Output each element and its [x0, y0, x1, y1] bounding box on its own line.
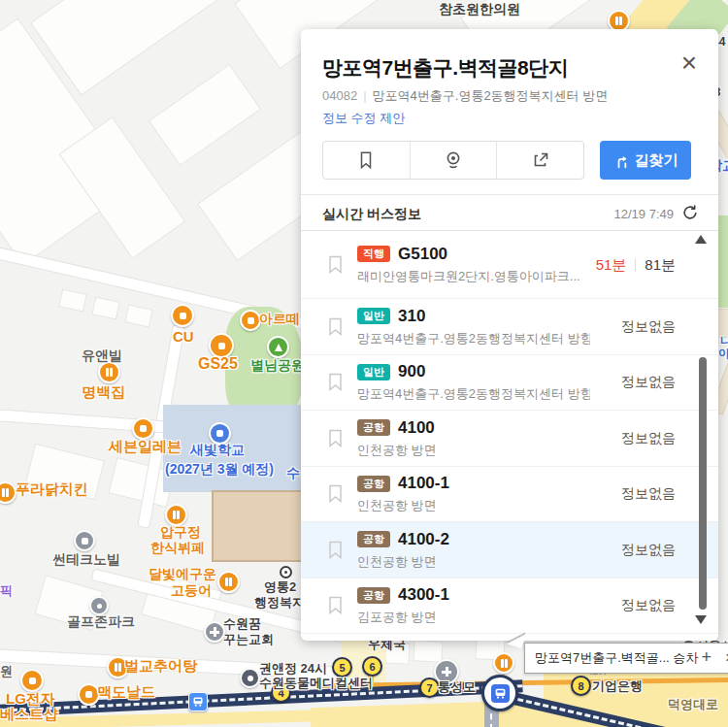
bus-list: 직행 G5100 래미안영통마크원2단지.영통아이파크... 51분 81분 일…	[301, 231, 718, 636]
close-icon[interactable]: ×	[681, 50, 697, 76]
map-label[interactable]: 기업은행	[592, 677, 643, 695]
bus-row-main: 공항 4100 인천공항 방면	[357, 418, 437, 459]
restaurant-icon[interactable]	[0, 481, 17, 504]
map-label[interactable]: 세븐일레븐	[109, 438, 182, 456]
scrollbar-thumb[interactable]	[699, 357, 707, 610]
map-label[interactable]: GS25	[198, 355, 238, 373]
action-button-group	[322, 141, 584, 180]
bus-type-badge: 일반	[357, 308, 390, 324]
map-label[interactable]: 통성모	[438, 678, 476, 696]
map-label[interactable]: 한식뷔페	[150, 540, 205, 557]
map-label[interactable]: 수	[286, 465, 300, 482]
map-label[interactable]: 새빛학교	[190, 442, 245, 459]
bookmark-icon[interactable]	[328, 541, 343, 559]
exit-number-badge: 7	[419, 677, 440, 698]
suggest-edit-link[interactable]: 정보 수정 제안	[322, 110, 405, 127]
map-label[interactable]: 픽	[0, 582, 13, 600]
directions-button[interactable]: 길찾기	[600, 141, 691, 180]
convenience-store-icon[interactable]	[171, 304, 194, 327]
bus-status: 정보없음	[621, 542, 676, 559]
bookmark-icon[interactable]	[328, 255, 343, 274]
restaurant-icon[interactable]	[493, 652, 514, 674]
bus-arrival-times: 51분 81분	[596, 255, 676, 274]
restaurant-icon[interactable]	[165, 504, 187, 526]
map-label[interactable]: 썬테크노빌	[52, 551, 120, 569]
map-label[interactable]: 참초원한의원	[439, 1, 520, 18]
selected-stop-callout[interactable]: 망포역7번출구.벽적골... 승차 + ×	[524, 643, 728, 674]
stop-direction: 망포역4번출구.영통2동행정복지센터 방면	[373, 88, 609, 103]
bus-glyph	[192, 696, 204, 708]
map-building	[413, 640, 443, 663]
poi-dot-icon[interactable]	[89, 596, 109, 615]
stop-subtitle: 04082|망포역4번출구.영통2동행정복지센터 방면	[322, 87, 608, 105]
bookmark-icon[interactable]	[328, 317, 343, 336]
map-label[interactable]: 달빛에구운	[149, 566, 216, 583]
map-app-window: 4 5 6 7 8 참초원한의원 유앤빌 CU GS25 아르떼 별님공원 명백…	[0, 0, 728, 727]
bus-number: G5100	[398, 245, 447, 264]
bookmark-button[interactable]	[323, 142, 410, 179]
bookmark-icon[interactable]	[328, 484, 343, 503]
map-label[interactable]: 고등어	[171, 582, 212, 600]
bus-row[interactable]: 일반 310 망포역4번출구.영통2동행정복지센터 방향 정보없음	[301, 299, 718, 355]
bus-type-badge: 공항	[357, 419, 390, 436]
map-label[interactable]: 꾸는교회	[223, 631, 274, 648]
cafe-icon[interactable]	[240, 310, 261, 331]
map-label[interactable]: 맥도날드	[97, 683, 155, 702]
government-office-icon[interactable]	[280, 566, 292, 578]
map-label[interactable]: (2027년 3월 예정)	[165, 461, 274, 479]
scroll-down-button[interactable]	[695, 615, 707, 624]
bus-type-badge: 공항	[357, 531, 390, 547]
map-label[interactable]: 유앤빌	[82, 347, 122, 365]
restaurant-icon[interactable]	[217, 571, 240, 593]
bus-row[interactable]: 공항 4100-1 인천공항 방면 정보없음	[301, 467, 718, 522]
map-building	[58, 289, 86, 313]
bus-row[interactable]: 일반 900 망포역4번출구.영통2동행정복지센터 방향 정보없음	[301, 355, 718, 411]
bus-type-badge: 공항	[357, 476, 390, 492]
park-tree-icon[interactable]	[267, 336, 289, 358]
bookmark-icon[interactable]	[328, 429, 343, 447]
refresh-icon[interactable]	[681, 204, 699, 221]
map-label[interactable]: 벌교추어탕	[124, 657, 197, 676]
roadview-button[interactable]	[410, 142, 497, 179]
bookmark-icon[interactable]	[328, 596, 343, 614]
subway-station-icon[interactable]	[188, 692, 208, 711]
bus-route: 래미안영통마크원2단지.영통아이파크...	[357, 268, 580, 285]
bus-row[interactable]: 공항 4300-1 김포공항 방면 정보없음	[301, 578, 718, 634]
selected-bus-stop-marker[interactable]	[481, 675, 518, 711]
bus-route: 인천공항 방면	[357, 442, 437, 459]
map-label[interactable]: 명백집	[82, 383, 125, 402]
map-label[interactable]: 수원동물메디컬센터	[259, 675, 373, 692]
bus-row[interactable]: 직행 G5100 래미안영통마크원2단지.영통아이파크... 51분 81분	[301, 231, 718, 299]
share-button[interactable]	[496, 142, 583, 179]
map-label[interactable]: 베스트샵	[0, 706, 58, 724]
map-label[interactable]: 별님공원	[250, 357, 305, 375]
bus-row-main: 공항 4100-2 인천공항 방면	[357, 530, 449, 571]
map-label[interactable]: 원	[0, 663, 13, 680]
building-icon[interactable]	[74, 530, 95, 551]
electronics-store-icon[interactable]	[20, 669, 44, 692]
arrival-time-1: 51분	[596, 255, 627, 274]
exit-number-badge: 6	[362, 656, 382, 677]
map-label[interactable]: CU	[173, 328, 194, 345]
map-label[interactable]: 골프존파크	[67, 613, 135, 631]
church-icon[interactable]	[204, 621, 225, 643]
bus-row-main: 일반 900 망포역4번출구.영통2동행정복지센터 방향	[357, 362, 590, 403]
stop-id: 04082	[322, 88, 357, 103]
callout-label: 망포역7번출구.벽적골... 승차	[525, 649, 698, 667]
map-label[interactable]: 이	[718, 346, 728, 362]
bus-number: 4300-1	[398, 585, 449, 605]
map-label[interactable]: 행정복지	[254, 594, 305, 611]
bus-number: 900	[398, 362, 425, 381]
map-label[interactable]: 아르떼	[259, 311, 300, 328]
park-area	[718, 215, 728, 308]
bus-row-main: 공항 4100-1 인천공항 방면	[357, 474, 449, 514]
bookmark-icon[interactable]	[328, 373, 343, 391]
zoom-in-icon[interactable]: +	[701, 647, 711, 668]
bus-row[interactable]: 공항 4100 인천공항 방면 정보없음	[301, 411, 718, 467]
bus-row-highlighted[interactable]: 공항 4100-2 인천공항 방면 정보없음	[301, 522, 718, 578]
section-divider	[301, 194, 718, 195]
scroll-up-button[interactable]	[695, 235, 707, 244]
convenience-store-icon[interactable]	[132, 417, 154, 440]
animal-hospital-paw-icon[interactable]	[240, 668, 260, 688]
map-label[interactable]: 푸라닭치킨	[16, 480, 88, 499]
